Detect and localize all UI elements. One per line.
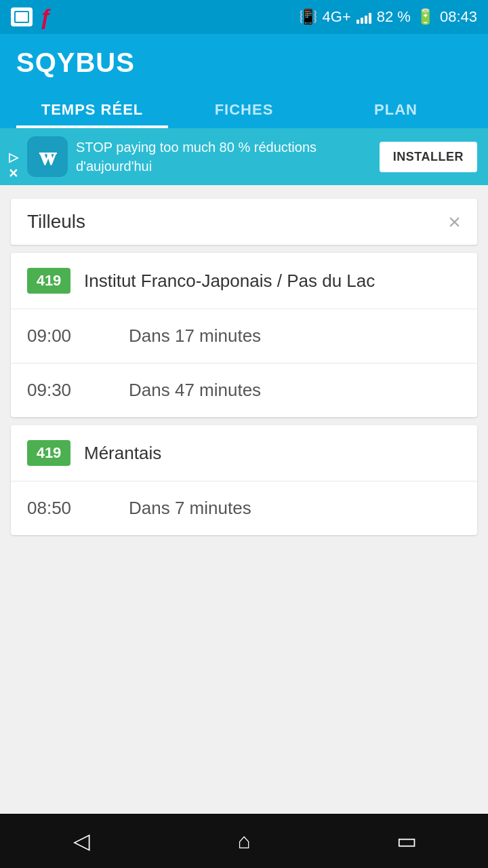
tab-temps-reel[interactable]: TEMPS RÉEL — [16, 92, 168, 128]
recent-button[interactable]: ▭ — [386, 821, 427, 861]
ad-banner: ▷ ✕ 𝐰 STOP paying too much 80 % réductio… — [0, 128, 488, 185]
tab-plan[interactable]: PLAN — [320, 92, 472, 128]
status-bar: ƒ 📳 4G+ 82 % 🔋 08:43 — [0, 0, 488, 34]
status-icons-right: 📳 4G+ 82 % 🔋 08:43 — [299, 8, 477, 26]
back-button[interactable]: ◁ — [61, 821, 102, 861]
route-name-1: Mérantais — [84, 443, 161, 464]
home-button[interactable]: ⌂ — [224, 821, 264, 861]
dep-wait-1-0: Dans 7 minutes — [129, 498, 251, 519]
signal-bars — [357, 10, 371, 24]
status-icons-left: ƒ — [11, 5, 52, 30]
clear-search-button[interactable]: × — [448, 211, 461, 233]
dep-time-0-1: 09:30 — [27, 380, 88, 401]
search-value: Tilleuls — [27, 211, 85, 233]
bus-card-1: 419 Mérantais 08:50 Dans 7 minutes — [11, 425, 477, 535]
vibrate-icon: 📳 — [299, 8, 317, 26]
app-icon-f: ƒ — [39, 5, 52, 30]
photo-icon — [11, 7, 33, 26]
dep-time-1-0: 08:50 — [27, 498, 88, 519]
bottom-nav: ◁ ⌂ ▭ — [0, 814, 488, 868]
dep-wait-0-0: Dans 17 minutes — [129, 326, 261, 347]
bus-route-header-0: 419 Institut Franco-Japonais / Pas du La… — [11, 253, 477, 309]
battery-percent: 82 % — [377, 8, 411, 26]
content-area: Tilleuls × 419 Institut Franco-Japonais … — [0, 185, 488, 814]
route-name-0: Institut Franco-Japonais / Pas du Lac — [84, 271, 375, 292]
header: SQYBUS TEMPS RÉEL FICHES PLAN — [0, 34, 488, 128]
bus-card-0: 419 Institut Franco-Japonais / Pas du La… — [11, 253, 477, 417]
route-badge-1: 419 — [27, 440, 70, 466]
departure-row-1-0: 08:50 Dans 7 minutes — [11, 481, 477, 535]
departure-row-0-1: 09:30 Dans 47 minutes — [11, 363, 477, 417]
ad-text: STOP paying too much 80 % réductions d'a… — [76, 138, 371, 176]
clock: 08:43 — [440, 8, 477, 26]
ad-app-icon: 𝐰 — [27, 136, 68, 177]
dep-time-0-0: 09:00 — [27, 326, 88, 347]
tab-fiches[interactable]: FICHES — [168, 92, 320, 128]
network-type: 4G+ — [323, 8, 351, 26]
ad-close-button[interactable]: ▷ ✕ — [8, 150, 18, 181]
departure-row-0-0: 09:00 Dans 17 minutes — [11, 309, 477, 363]
route-badge-0: 419 — [27, 268, 70, 294]
bus-route-header-1: 419 Mérantais — [11, 425, 477, 481]
app-title: SQYBUS — [16, 47, 472, 78]
battery-icon: 🔋 — [416, 8, 434, 26]
search-box: Tilleuls × — [11, 199, 477, 245]
tabs-bar: TEMPS RÉEL FICHES PLAN — [16, 92, 472, 128]
ad-install-button[interactable]: INSTALLER — [380, 142, 477, 172]
dep-wait-0-1: Dans 47 minutes — [129, 380, 261, 401]
